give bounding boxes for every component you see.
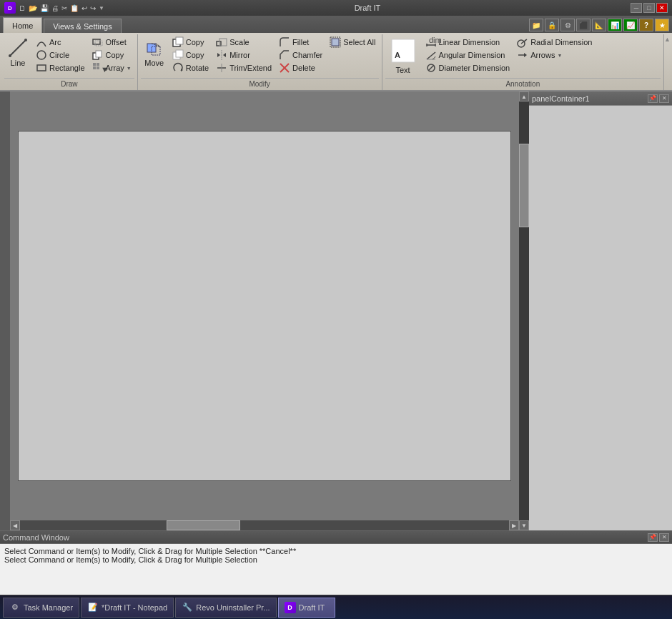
svg-rect-10 [97,63,99,66]
fillet-tool[interactable]: Fillet [276,36,325,49]
annotation-col1: dim Linear Dimension Angular Dimension [423,36,513,74]
ribbon-group-draw: Line Arc Cir [1,34,138,90]
modify-group-label: Modify [141,78,379,89]
taskbar-item-task-manager[interactable]: ⚙ Task Manager [3,598,79,618]
ribbon-icon-7[interactable]: 📈 [623,19,638,31]
svg-rect-11 [93,66,96,69]
canvas-scroll-area [10,91,519,520]
trim-icon [216,62,227,74]
main-area: ◀ ▶ ▲ ▼ panelContainer1 📌 ✕ [0,91,672,530]
move-tool[interactable]: Move [141,36,168,69]
svg-point-1 [9,54,11,57]
diameter-dim-tool[interactable]: Diameter Dimension [423,61,513,74]
v-scroll-up-button[interactable]: ▲ [519,91,529,101]
quick-access-print[interactable]: 🖨 [51,4,59,12]
ribbon-icon-1[interactable]: 📁 [529,19,543,31]
arc-icon [36,36,47,48]
drawing-canvas[interactable] [18,131,511,481]
h-scroll-left-button[interactable]: ◀ [10,520,20,530]
ribbon-icon-6[interactable]: 📊 [608,19,622,31]
h-scroll-right-button[interactable]: ▶ [509,520,519,530]
radial-dim-tool[interactable]: Radial Dimension [514,36,595,49]
taskbar-item-draft-it[interactable]: D Draft IT [278,598,335,618]
quick-access-open[interactable]: 📂 [29,4,37,12]
scale-tool[interactable]: Scale [213,36,275,49]
panel-title: panelContainer1 [532,94,590,103]
ribbon-icon-4[interactable]: ⬛ [576,19,591,31]
linear-dim-tool[interactable]: dim Linear Dimension [423,36,513,49]
taskbar-label-draft-it: Draft IT [299,603,325,612]
command-window: Command Window 📌 ✕ Select Command or Ite… [0,530,672,595]
svg-rect-23 [217,41,221,46]
svg-rect-21 [176,50,183,57]
minimize-button[interactable]: ─ [631,3,642,13]
v-scroll-thumb[interactable] [519,144,529,227]
line-icon [8,38,28,58]
cmd-pin-button[interactable]: 📌 [648,533,658,542]
circle-icon [36,49,47,61]
circle-tool[interactable]: Circle [33,49,88,61]
angular-dim-tool[interactable]: Angular Dimension [423,49,513,61]
collapse-icon: ▲ [664,36,671,43]
quick-access-redo[interactable]: ↪ [90,4,96,12]
copy-tool[interactable]: Copy [169,36,212,49]
array-icon: ▼ [92,62,104,74]
ribbon-collapse[interactable]: ▲ [664,34,671,90]
panel-close-button[interactable]: ✕ [659,94,669,103]
panel-pin-button[interactable]: 📌 [648,94,658,103]
taskbar-item-revo[interactable]: 🔧 Revo Uninstaller Pr... [175,598,276,618]
svg-marker-26 [217,53,220,57]
arrows-dropdown-arrow: ▼ [557,53,562,58]
quick-access-copy[interactable]: 📋 [70,4,79,12]
line-tool[interactable]: Line [4,36,31,69]
select-all-icon [330,36,341,48]
copy-paste-tool[interactable]: Copy [169,49,212,61]
arc-tool[interactable]: Arc [33,36,88,49]
draw-group-label: Draw [4,78,134,89]
restore-button[interactable]: □ [643,3,655,13]
h-scroll-thumb[interactable] [167,520,240,530]
rotate-tool[interactable]: Rotate [169,61,212,74]
svg-rect-8 [96,51,102,57]
help-button[interactable]: ? [639,19,653,31]
array-tool[interactable]: ▼ Array ▼ [89,61,134,74]
yellow-button[interactable]: ★ [655,19,669,31]
svg-rect-6 [95,41,102,46]
ribbon-icon-3[interactable]: ⚙ [560,19,575,31]
draw-small-col2: Offset Copy [89,36,134,74]
text-anno-tool[interactable]: A Text [385,36,421,76]
ribbon-icon-2[interactable]: 🔒 [545,19,559,31]
quick-access-save[interactable]: 💾 [40,4,49,12]
trim-tool[interactable]: Trim/Extend [213,61,275,74]
v-scroll-down-button[interactable]: ▼ [519,520,529,530]
quick-access-new[interactable]: 🗋 [19,4,26,12]
close-button[interactable]: ✕ [656,3,668,13]
tab-home[interactable]: Home [3,17,42,33]
taskbar-item-notepad[interactable]: 📝 *Draft IT - Notepad [81,598,174,618]
diameter-dim-icon [425,62,437,74]
svg-rect-33 [332,39,339,46]
title-bar: D 🗋 📂 💾 🖨 ✂ 📋 ↩ ↪ ▼ Draft IT ─ □ ✕ [0,0,672,16]
offset-tool[interactable]: Offset [89,36,134,49]
quick-access-undo[interactable]: ↩ [81,4,87,12]
rectangle-tool[interactable]: Rectangle [33,61,88,74]
panel-controls: 📌 ✕ [648,94,669,103]
delete-tool[interactable]: Delete [276,61,325,74]
qt-dropdown[interactable]: ▼ [99,5,104,11]
ribbon-icon-5[interactable]: 📐 [592,19,606,31]
tab-views-settings[interactable]: Views & Settings [44,19,121,33]
copy-small-tool[interactable]: Copy [89,49,134,61]
cmd-close-button[interactable]: ✕ [659,533,669,542]
arrows-tool[interactable]: Arrows ▼ [514,49,595,61]
mirror-tool[interactable]: Mirror [213,49,275,61]
select-all-tool[interactable]: Select All [327,36,378,49]
title-left: D 🗋 📂 💾 🖨 ✂ 📋 ↩ ↪ ▼ [4,2,104,14]
canvas-container: ◀ ▶ [10,91,519,530]
modify-col4: Select All [327,36,378,49]
quick-access-cut[interactable]: ✂ [61,4,67,12]
v-scroll-track[interactable] [519,101,529,520]
cmd-header: Command Window 📌 ✕ [0,531,672,544]
h-scroll-track[interactable] [20,520,509,530]
chamfer-tool[interactable]: Chamfer [276,49,325,61]
revo-icon: 🔧 [182,602,193,613]
